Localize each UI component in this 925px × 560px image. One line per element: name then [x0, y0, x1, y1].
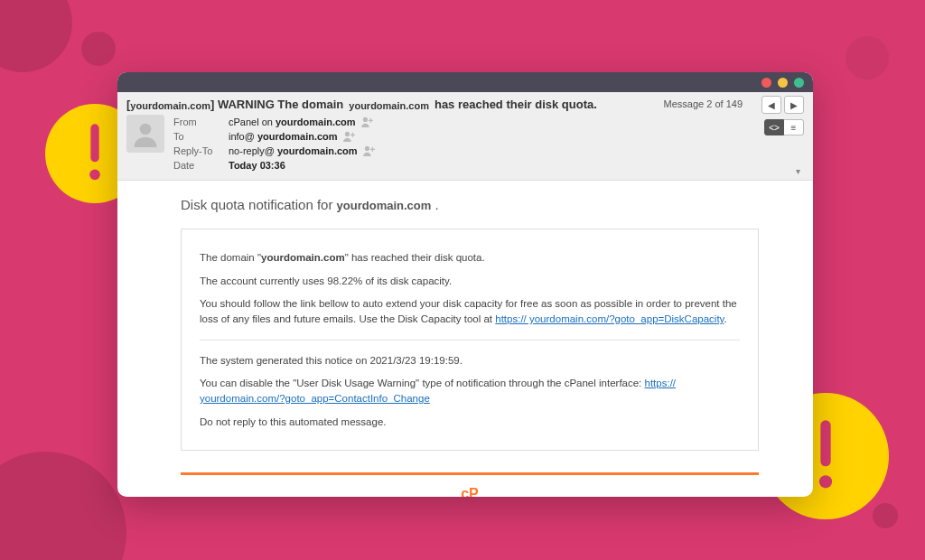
person-icon: [132, 120, 159, 147]
body-paragraph: You can disable the "User Disk Usage War…: [200, 376, 740, 406]
message-box: The domain "yourdomain.com" has reached …: [181, 229, 759, 451]
bg-circle: [81, 32, 116, 66]
close-icon[interactable]: [761, 78, 771, 88]
reply-to-value-prefix: no-reply@: [229, 145, 277, 156]
message-footer: cP Copyright© 2021 cPanel, L.L.C.: [181, 475, 759, 497]
window-titlebar: [117, 72, 813, 92]
view-source-button[interactable]: <>: [764, 119, 784, 135]
subject-text: ] WARNING The domain: [210, 98, 343, 111]
cpanel-logo: cP: [181, 486, 759, 497]
body-title-suffix: .: [431, 197, 438, 212]
subject-suffix: has reached their disk quota.: [434, 98, 597, 111]
to-label: To: [173, 129, 223, 144]
subject-domain-inline: yourdomain.com: [349, 100, 429, 111]
svg-point-4: [140, 124, 152, 135]
svg-rect-2: [820, 420, 830, 466]
date-value: Today 03:36: [229, 160, 285, 171]
sender-avatar: [126, 115, 164, 153]
svg-point-1: [89, 170, 100, 181]
minimize-icon[interactable]: [778, 78, 788, 88]
zoom-icon[interactable]: [794, 78, 804, 88]
svg-point-7: [364, 146, 369, 151]
mail-window: [yourdomain.com] WARNING The domain your…: [117, 72, 813, 497]
exclamation-icon: [810, 415, 841, 497]
body-paragraph: Do not reply to this automated message.: [200, 415, 740, 430]
add-contact-icon[interactable]: [363, 145, 376, 156]
reply-to-label: Reply-To: [173, 144, 223, 158]
body-paragraph: The system generated this notice on 2021…: [200, 353, 740, 369]
body-title-domain: yourdomain.com: [337, 199, 432, 212]
message-counter: Message 2 of 149: [664, 98, 743, 109]
to-value-domain: yourdomain.com: [257, 131, 338, 142]
date-label: Date: [173, 158, 223, 173]
expand-header-icon[interactable]: ▾: [796, 166, 800, 176]
from-value-prefix: cPanel on: [229, 117, 276, 127]
divider: [200, 340, 740, 341]
bg-circle: [873, 503, 898, 528]
add-contact-icon[interactable]: [343, 131, 356, 142]
bg-circle: [0, 0, 72, 72]
prev-message-button[interactable]: ◀: [761, 96, 781, 114]
body-title-prefix: Disk quota notification for: [181, 197, 337, 212]
from-label: From: [173, 115, 223, 129]
message-header: [yourdomain.com] WARNING The domain your…: [117, 92, 813, 181]
next-message-button[interactable]: ▶: [784, 96, 804, 114]
disk-capacity-link[interactable]: https:// yourdomain.com/?goto_app=DiskCa…: [495, 313, 724, 324]
exclamation-icon: [82, 122, 107, 185]
svg-rect-0: [90, 124, 98, 162]
add-contact-icon[interactable]: [361, 117, 374, 127]
bg-circle: [846, 36, 889, 79]
message-body: Disk quota notification for yourdomain.c…: [117, 181, 813, 497]
reply-to-value-domain: yourdomain.com: [277, 145, 358, 156]
svg-point-5: [362, 117, 367, 122]
from-value-domain: yourdomain.com: [276, 117, 356, 127]
svg-point-6: [344, 132, 349, 136]
subject-domain-tag: yourdomain.com: [130, 100, 210, 111]
body-paragraph: The account currently uses 98.22% of its…: [200, 274, 740, 289]
body-paragraph: The domain "yourdomain.com" has reached …: [200, 250, 740, 266]
to-value-prefix: info@: [229, 131, 257, 142]
body-paragraph: You should follow the link bellow to aut…: [200, 296, 740, 326]
svg-point-3: [819, 475, 832, 488]
body-title: Disk quota notification for yourdomain.c…: [181, 197, 759, 212]
view-list-button[interactable]: ≡: [784, 119, 804, 135]
bg-circle: [0, 452, 126, 560]
